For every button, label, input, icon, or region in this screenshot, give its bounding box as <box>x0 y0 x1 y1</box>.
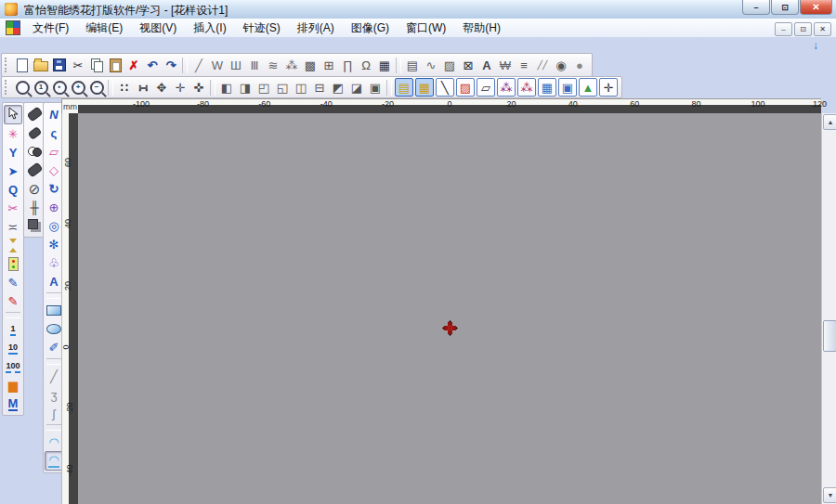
copy-button[interactable] <box>87 56 106 74</box>
align-right-button[interactable]: ◨ <box>236 78 255 97</box>
menu-item-file[interactable]: 文件(F) <box>24 19 77 38</box>
toolbar-overflow-button[interactable]: ↓ <box>806 39 825 52</box>
ellipse-tool-button[interactable] <box>46 319 63 338</box>
split-tool-button[interactable]: Y <box>5 143 22 162</box>
show-hoop-button[interactable]: ▣ <box>558 78 577 97</box>
zoom-out-button[interactable]: − <box>87 78 106 97</box>
e-stitch-button[interactable]: Ш <box>227 56 245 74</box>
align-center-v-button[interactable]: ⊟ <box>310 78 329 97</box>
patch-stitch-1-button[interactable] <box>26 105 44 123</box>
mesh-fill-button[interactable]: ▦ <box>375 56 394 74</box>
align-top-button[interactable]: ◰ <box>255 78 273 97</box>
show-note-button[interactable]: ▤ <box>395 78 413 97</box>
doc-minimize-button[interactable]: – <box>775 22 792 36</box>
hatch-lines-button[interactable]: ╱╱ <box>533 56 552 74</box>
menu-item-window[interactable]: 窗口(W) <box>398 19 454 38</box>
arc-draw-tool-button[interactable]: ◠ <box>46 433 63 451</box>
sew-simulate-tool-button[interactable]: M <box>5 394 22 413</box>
circle-dot-button[interactable]: ◉ <box>552 56 570 74</box>
patch-stitch-2-button[interactable] <box>26 123 44 142</box>
trim-tool-button[interactable]: ✂ <box>5 199 22 217</box>
show-pattern-button[interactable]: ▦ <box>415 78 434 97</box>
curve-input-tool-button[interactable]: N <box>46 105 63 123</box>
show-needle-points-button[interactable]: ╲ <box>436 78 454 97</box>
curve3-draw-tool-button[interactable]: ʒ <box>46 385 63 404</box>
wave-fill-button[interactable]: ≋ <box>264 56 282 74</box>
toolbar-drag-handle[interactable] <box>5 80 10 95</box>
vertical-scrollbar[interactable]: ▲ ▼ <box>821 113 836 504</box>
doc-close-button[interactable]: ✕ <box>814 22 831 36</box>
node-polygon-tool-button[interactable]: ▱ <box>46 142 63 161</box>
contour-fill-button[interactable]: ∿ <box>422 56 440 74</box>
crosshatch-fill-button[interactable]: ▨ <box>440 56 459 74</box>
scrollbar-thumb[interactable] <box>823 320 836 352</box>
move-cross-a-button[interactable]: ✥ <box>152 78 171 97</box>
zoom-1to1-button[interactable]: 1 <box>32 78 50 97</box>
toolbar-drag-handle[interactable] <box>5 58 10 72</box>
arc-chord-tool-button[interactable]: ◠ <box>45 451 63 471</box>
show-outline-button[interactable]: ▱ <box>477 78 495 97</box>
sphere-tool-button[interactable]: ⊕ <box>46 198 63 216</box>
star-tool-button[interactable]: ✻ <box>46 235 63 253</box>
piping-stitch-button[interactable]: ∏ <box>338 56 357 74</box>
pan-tool-button[interactable]: ✛ <box>599 78 618 97</box>
zoom-ruler-button[interactable] <box>13 78 32 97</box>
stitch-edit-tool-button[interactable]: ✳ <box>5 124 22 143</box>
undo-button[interactable]: ↶ <box>143 56 162 74</box>
column-zigzag-button[interactable]: ₩ <box>496 56 515 74</box>
paste-button[interactable] <box>106 56 124 74</box>
save-button[interactable] <box>50 56 69 74</box>
line-draw-tool-button[interactable]: ╱ <box>46 367 63 385</box>
space-evenly-v-button[interactable]: ◪ <box>347 78 366 97</box>
globe-tool-button[interactable]: ◎ <box>46 216 63 235</box>
grid-10-tool-button[interactable]: 10 <box>5 339 22 357</box>
zoom-in-button[interactable]: + <box>69 78 87 97</box>
draw-red-tool-button[interactable]: ✎ <box>5 291 22 310</box>
menu-item-stitch[interactable]: 针迹(S) <box>235 19 289 38</box>
motif-fill-button[interactable]: ⁂ <box>282 56 301 74</box>
align-center-h-button[interactable]: ◫ <box>292 78 310 97</box>
thread-colors-button[interactable]: ⁂ <box>497 78 516 97</box>
new-button[interactable] <box>13 56 32 74</box>
curves-draw-tool-button[interactable]: ʃ <box>46 404 63 422</box>
align-grid-button[interactable]: ▣ <box>366 78 385 97</box>
design-canvas[interactable] <box>78 113 821 504</box>
close-button[interactable]: ✕ <box>800 0 832 15</box>
menu-item-arrange[interactable]: 排列(A) <box>289 19 343 38</box>
patch-stitch-3-button[interactable] <box>26 161 44 179</box>
applique-stitch-button[interactable]: Ω <box>357 56 375 74</box>
menu-item-insert[interactable]: 插入(I) <box>185 19 234 38</box>
show-image-button[interactable]: ▲ <box>579 78 597 97</box>
cut-button[interactable]: ✂ <box>69 56 87 74</box>
grid-fill-button[interactable]: ⊞ <box>320 56 338 74</box>
move-cross-c-button[interactable]: ✜ <box>189 78 208 97</box>
open-button[interactable] <box>32 56 50 74</box>
diagonal-box-fill-button[interactable]: ⊠ <box>459 56 477 74</box>
scroll-up-button[interactable]: ▲ <box>823 114 836 130</box>
scroll-down-button[interactable]: ▼ <box>823 487 836 503</box>
menu-item-edit[interactable]: 编辑(E) <box>77 19 131 38</box>
move-cross-b-button[interactable]: ✛ <box>171 78 189 97</box>
thread-colors-alt-button[interactable]: ⁂ <box>517 78 536 97</box>
split-grid-a-button[interactable]: ∷ <box>115 78 134 97</box>
show-density-button[interactable]: ▨ <box>456 78 475 97</box>
delete-button[interactable]: ✗ <box>124 56 143 74</box>
restore-button[interactable]: ⊡ <box>771 0 799 15</box>
minimize-button[interactable]: – <box>742 0 770 15</box>
menu-item-image[interactable]: 图像(G) <box>343 19 398 38</box>
hourglass-tool-button[interactable] <box>5 236 22 254</box>
select-tool-button[interactable] <box>4 105 22 124</box>
draw-blue-tool-button[interactable]: ✎ <box>5 273 22 291</box>
s-curve-tool-button[interactable]: ς <box>46 123 63 142</box>
exclude-stitch-button[interactable]: ⊘ <box>26 179 44 198</box>
zoom-select-tool-button[interactable]: Q <box>5 180 22 199</box>
space-evenly-h-button[interactable]: ◩ <box>329 78 347 97</box>
zigzag-stitch-button[interactable]: W <box>208 56 227 74</box>
rect-tool-button[interactable] <box>46 301 63 319</box>
run-stitch-button[interactable]: ╱ <box>189 56 208 74</box>
arc-rotate-tool-button[interactable]: ↻ <box>46 179 63 198</box>
monogram-text-button[interactable]: A <box>477 56 496 74</box>
grid-1-tool-button[interactable]: 1 <box>5 320 22 339</box>
node-shape-tool-button[interactable]: ◇ <box>46 161 63 179</box>
parallel-fill-button[interactable]: ≡ <box>515 56 533 74</box>
